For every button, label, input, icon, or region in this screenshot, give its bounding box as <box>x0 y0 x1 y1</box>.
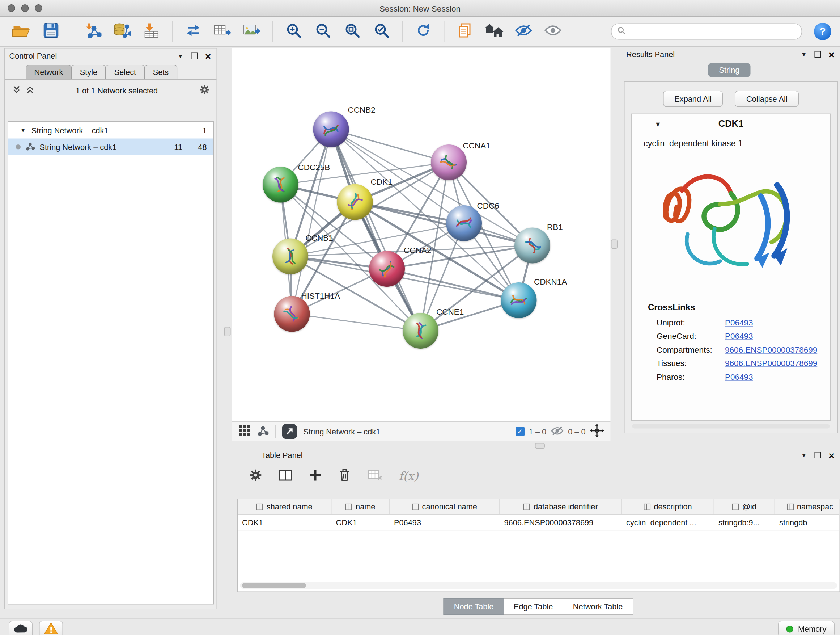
maximize-panel-icon[interactable] <box>814 51 821 57</box>
column-header--id[interactable]: @id <box>714 499 775 515</box>
disclosure-triangle-icon[interactable]: ▼ <box>20 127 26 133</box>
crosslink-link[interactable]: 9606.ENSP00000378699 <box>725 358 817 368</box>
network-collection-row[interactable]: ▼ String Network – cdk1 1 <box>8 122 213 139</box>
close-window-button[interactable] <box>8 4 15 12</box>
gear-icon[interactable] <box>199 84 210 97</box>
close-panel-icon[interactable]: × <box>205 51 211 61</box>
network-node-cdc25b[interactable] <box>263 167 298 203</box>
export-table-button[interactable] <box>210 19 235 43</box>
crosslink-link[interactable]: P06493 <box>725 331 753 340</box>
column-header-database-identifier[interactable]: database identifier <box>500 499 622 515</box>
network-canvas[interactable]: CCNB2CCNA1CDC25BCDK1CDC6RB1CCNB1CCNA2CDK… <box>232 48 611 421</box>
warnings-button[interactable] <box>39 621 63 635</box>
column-header-description[interactable]: description <box>622 499 714 515</box>
tab-network-table[interactable]: Network Table <box>562 599 633 615</box>
tab-style[interactable]: Style <box>71 65 106 80</box>
show-all-button[interactable] <box>540 19 566 43</box>
table-cell[interactable]: CDK1 <box>238 515 332 530</box>
column-header-shared-name[interactable]: shared name <box>238 499 332 515</box>
collapse-all-icon[interactable] <box>13 86 21 96</box>
minimize-window-button[interactable] <box>21 4 29 12</box>
refresh-view-button[interactable] <box>410 19 436 43</box>
search-input[interactable] <box>629 27 796 36</box>
network-node-ccne1[interactable] <box>403 313 439 348</box>
network-node-ccna1[interactable] <box>431 144 467 180</box>
open-session-button[interactable] <box>9 19 35 43</box>
float-panel-icon[interactable]: ▼ <box>178 53 183 59</box>
swap-network-button[interactable] <box>180 19 206 43</box>
maximize-panel-icon[interactable] <box>191 53 197 59</box>
network-edge[interactable] <box>292 314 421 331</box>
network-node-rb1[interactable] <box>515 228 550 264</box>
network-node-cdkn1a[interactable] <box>501 282 537 318</box>
close-panel-icon[interactable]: × <box>829 450 835 461</box>
table-cell[interactable]: P06493 <box>390 515 500 530</box>
import-network-file-button[interactable] <box>80 19 106 43</box>
network-overview-icon[interactable] <box>257 425 269 438</box>
save-session-button[interactable] <box>38 19 64 43</box>
bottom-splitter-handle[interactable] <box>535 443 545 448</box>
search-box[interactable] <box>611 24 802 40</box>
tab-select[interactable]: Select <box>106 65 145 80</box>
network-node-cdk1[interactable] <box>337 184 373 220</box>
table-cell[interactable]: cyclin–dependent ... <box>622 515 714 530</box>
table-horizontal-scrollbar[interactable] <box>240 582 837 589</box>
delete-column-trash-icon[interactable] <box>338 468 351 485</box>
tab-node-table[interactable]: Node Table <box>444 599 504 615</box>
float-panel-icon[interactable]: ▼ <box>801 452 807 458</box>
scrollbar-thumb[interactable] <box>242 583 306 588</box>
tab-edge-table[interactable]: Edge Table <box>503 599 563 615</box>
table-cell[interactable]: stringdb:9... <box>714 515 775 530</box>
column-header-name[interactable]: name <box>332 499 390 515</box>
crosshair-icon[interactable] <box>590 424 604 440</box>
crosslink-link[interactable]: P06493 <box>725 372 753 382</box>
network-node-ccnb1[interactable] <box>272 239 308 274</box>
table-data-row[interactable]: CDK1CDK1P064939606.ENSP00000378699cyclin… <box>238 515 840 531</box>
table-settings-gear-icon[interactable] <box>249 469 262 484</box>
maximize-panel-icon[interactable] <box>814 452 821 458</box>
tab-sets[interactable]: Sets <box>144 65 178 80</box>
export-image-button[interactable] <box>239 19 265 43</box>
float-panel-icon[interactable]: ▼ <box>801 51 807 57</box>
zoom-out-button[interactable] <box>310 19 336 43</box>
houses-button[interactable] <box>482 19 508 43</box>
add-column-icon[interactable] <box>309 469 322 484</box>
close-panel-icon[interactable]: × <box>829 49 835 60</box>
zoom-selected-button[interactable] <box>369 19 395 43</box>
collapse-all-button[interactable]: Collapse All <box>735 91 799 107</box>
cloud-button[interactable] <box>9 621 33 635</box>
crosslink-link[interactable]: P06493 <box>725 318 753 327</box>
network-edge[interactable] <box>292 129 331 314</box>
show-columns-icon[interactable] <box>279 469 293 484</box>
copy-document-button[interactable] <box>452 19 478 43</box>
zoom-fit-button[interactable] <box>339 19 365 43</box>
network-node-ccna2[interactable] <box>369 251 405 287</box>
crosslink-link[interactable]: 9606.ENSP00000378699 <box>725 345 817 355</box>
selected-checkbox-icon[interactable]: ✓ <box>515 427 524 436</box>
results-scrollbar[interactable] <box>632 424 830 429</box>
help-button[interactable]: ? <box>814 23 831 40</box>
detach-view-button[interactable] <box>282 424 297 439</box>
tab-network[interactable]: Network <box>26 65 72 80</box>
import-table-button[interactable] <box>139 19 164 43</box>
table-cell[interactable]: 9606.ENSP00000378699 <box>500 515 622 530</box>
table-cell[interactable]: CDK1 <box>332 515 390 530</box>
network-edge[interactable] <box>331 129 421 331</box>
hide-selected-button[interactable] <box>511 19 537 43</box>
memory-button[interactable]: Memory <box>778 621 835 635</box>
zoom-in-button[interactable] <box>281 19 307 43</box>
table-cell[interactable]: stringdb <box>775 515 840 530</box>
birdseye-grid-icon[interactable] <box>239 424 251 439</box>
column-header-namespac[interactable]: namespac <box>775 499 840 515</box>
collapse-section-icon[interactable]: ▼ <box>654 120 661 128</box>
zoom-window-button[interactable] <box>35 4 42 12</box>
network-row-selected[interactable]: String Network – cdk1 11 48 <box>8 139 213 156</box>
expand-all-icon[interactable] <box>26 86 34 96</box>
network-node-hist1h1a[interactable] <box>274 296 310 332</box>
expand-all-button[interactable]: Expand All <box>663 91 723 107</box>
import-network-database-button[interactable] <box>109 19 135 43</box>
column-header-canonical-name[interactable]: canonical name <box>390 499 500 515</box>
network-node-cdc6[interactable] <box>446 205 482 241</box>
network-node-ccnb2[interactable] <box>313 111 349 147</box>
hidden-eye-icon[interactable] <box>551 425 564 437</box>
